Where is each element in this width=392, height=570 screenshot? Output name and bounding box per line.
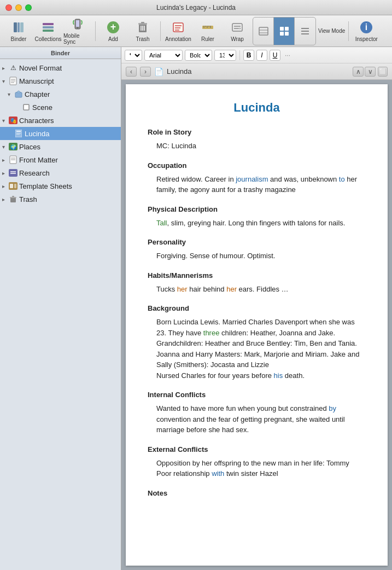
sidebar-item-lucinda[interactable]: Lucinda xyxy=(0,127,121,140)
sidebar-item-front-matter[interactable]: Front Matter xyxy=(0,153,121,166)
svg-point-8 xyxy=(77,27,78,28)
view-mode-list-icon xyxy=(256,24,271,39)
split-button[interactable]: ⬜ xyxy=(378,67,388,77)
trash-toolbar-label: Trash xyxy=(136,36,149,42)
add-label: Add xyxy=(108,36,118,42)
view-mode-group xyxy=(253,17,316,45)
svg-rect-47 xyxy=(24,104,29,110)
places-icon: 🌍 xyxy=(9,142,17,151)
underline-button[interactable]: U xyxy=(270,50,280,61)
view-mode-list-button[interactable] xyxy=(253,18,274,45)
trash-sidebar-label: Trash xyxy=(19,195,37,203)
svg-rect-30 xyxy=(259,27,268,35)
add-button[interactable]: + Add xyxy=(99,18,127,45)
ruler-button[interactable]: Ruler xyxy=(194,18,222,45)
svg-rect-34 xyxy=(285,27,289,31)
add-icon: + xyxy=(106,20,121,35)
svg-rect-59 xyxy=(9,169,17,177)
sidebar-item-manuscript[interactable]: Manuscript xyxy=(0,74,121,88)
chevron-manuscript xyxy=(2,78,9,84)
scene-icon xyxy=(22,103,31,112)
mobile-sync-button[interactable]: Mobile Sync xyxy=(63,18,92,45)
novel-format-icon: ⚠ xyxy=(9,63,17,72)
maximize-button[interactable] xyxy=(25,4,32,11)
highlight-her2: her xyxy=(226,285,237,293)
font-size-select[interactable]: 13 xyxy=(214,50,236,61)
svg-text:i: i xyxy=(365,22,367,32)
format-more-button[interactable]: ··· xyxy=(283,51,292,59)
annotation-icon xyxy=(171,20,186,35)
view-mode-outline-icon xyxy=(297,24,313,39)
view-mode-outline-button[interactable] xyxy=(295,18,315,45)
chevron-trash xyxy=(2,196,9,202)
document-title-header: Lucinda xyxy=(167,67,192,75)
nav-down-button[interactable]: ∨ xyxy=(365,67,376,77)
nav-up-button[interactable]: ∧ xyxy=(353,67,364,77)
paragraph-style-select[interactable]: ¶ xyxy=(125,50,142,61)
section-label-external: External Conflicts xyxy=(148,445,366,453)
binder-label: Binder xyxy=(11,36,27,42)
collections-label: Collections xyxy=(35,36,62,42)
svg-rect-7 xyxy=(76,20,79,27)
binder-icon xyxy=(11,20,26,35)
sidebar-item-scene[interactable]: Scene xyxy=(0,101,121,114)
binder-header: Binder xyxy=(0,47,121,59)
section-label-habits: Habits/Mannerisms xyxy=(148,271,366,280)
template-sheets-icon xyxy=(9,182,17,190)
editor-content[interactable]: Lucinda Role in Story MC: Lucinda Occupa… xyxy=(126,84,388,566)
highlight-her1: her xyxy=(177,285,188,293)
section-content-role: MC: Lucinda xyxy=(156,141,366,152)
italic-button[interactable]: I xyxy=(256,50,267,61)
front-matter-label: Front Matter xyxy=(19,156,58,164)
view-mode-grid-icon xyxy=(277,24,292,39)
sidebar-item-places[interactable]: 🌍 Places xyxy=(0,140,121,153)
svg-rect-27 xyxy=(232,24,242,31)
sidebar-item-template-sheets[interactable]: Template Sheets xyxy=(0,179,121,193)
highlight-journalism: journalism xyxy=(236,175,268,183)
inspector-button[interactable]: i Inspector xyxy=(352,18,381,45)
nav-back-button[interactable]: ‹ xyxy=(126,67,137,77)
chevron-novel-format xyxy=(2,65,9,71)
nav-forward-button[interactable]: › xyxy=(140,67,151,77)
characters-icon: 🎭 xyxy=(9,116,17,125)
trash-toolbar-button[interactable]: Trash xyxy=(128,18,157,45)
highlight-by1: by xyxy=(329,404,336,412)
wrap-button[interactable]: Wrap xyxy=(223,18,251,45)
binder-button[interactable]: Binder xyxy=(4,18,33,45)
section-content-external: Opposition by her offspring to the new m… xyxy=(156,458,366,479)
collections-icon xyxy=(40,20,56,35)
ruler-icon xyxy=(200,20,215,35)
svg-rect-3 xyxy=(43,23,54,25)
sidebar-item-trash[interactable]: Trash xyxy=(0,193,121,206)
section-content-notes xyxy=(156,502,366,524)
view-mode-grid-button[interactable] xyxy=(274,18,295,45)
svg-rect-2 xyxy=(20,22,24,32)
close-button[interactable] xyxy=(5,4,12,11)
editor-nav-right: ∧ ∨ ⬜ xyxy=(353,67,388,77)
minimize-button[interactable] xyxy=(15,4,22,11)
sidebar-item-novel-format[interactable]: ⚠ Novel Format xyxy=(0,61,121,74)
chapter-label: Chapter xyxy=(25,90,50,98)
highlight-to: to xyxy=(339,175,345,183)
weight-select[interactable]: Bold xyxy=(185,50,212,61)
sidebar: Binder ⚠ Novel Format Manuscript xyxy=(0,47,121,570)
editor-header: ‹ › 📄 Lucinda ∧ ∨ ⬜ xyxy=(121,63,392,80)
front-matter-icon xyxy=(9,155,17,164)
sidebar-item-characters[interactable]: 🎭 Characters xyxy=(0,114,121,127)
svg-rect-51 xyxy=(16,131,21,132)
highlight-three: three xyxy=(203,329,220,337)
toolbar: Binder Collections Mobile Sync xyxy=(0,15,392,47)
document-heading: Lucinda xyxy=(148,101,366,115)
section-label-physical: Physical Description xyxy=(148,205,366,213)
section-content-habits: Tucks her hair behind her ears. Fiddles … xyxy=(156,284,366,295)
collections-button[interactable]: Collections xyxy=(34,18,62,45)
sidebar-item-chapter[interactable]: Chapter xyxy=(0,88,121,101)
svg-rect-36 xyxy=(285,32,289,36)
view-mode-label: View Mode xyxy=(318,28,345,34)
font-select[interactable]: Arial xyxy=(144,50,183,61)
sidebar-item-research[interactable]: Research xyxy=(0,166,121,179)
annotation-button[interactable]: Annotation xyxy=(164,18,192,45)
format-separator-1 xyxy=(239,50,240,60)
nav-up-down: ∧ ∨ xyxy=(353,67,376,77)
bold-button[interactable]: B xyxy=(243,50,254,61)
